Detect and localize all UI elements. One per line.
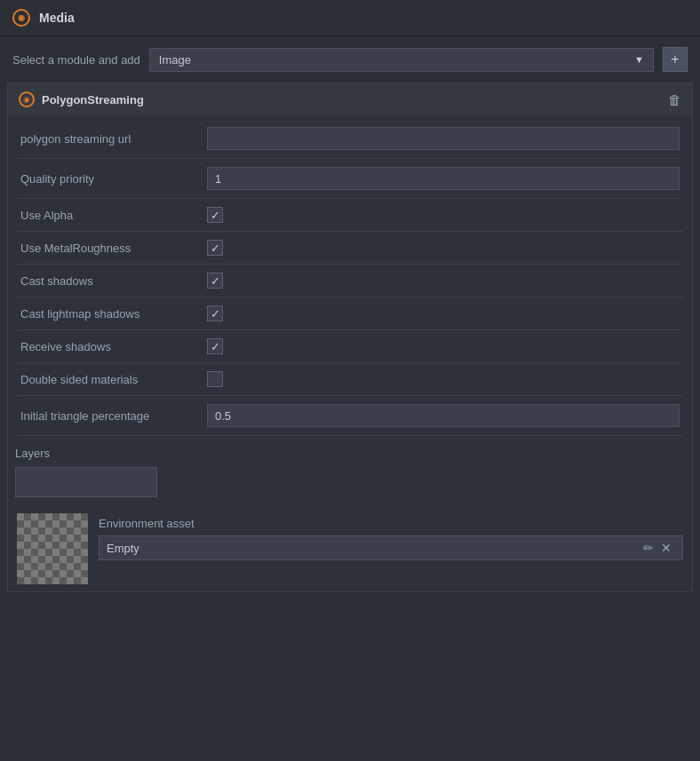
polygon-url-input[interactable]	[207, 127, 680, 150]
divider-5	[17, 297, 683, 297]
media-collapse-icon[interactable]: ◉	[12, 9, 30, 27]
double-sided-materials-label: Double sided materials	[20, 373, 198, 386]
receive-shadows-checkbox[interactable]	[207, 338, 223, 354]
divider-6	[17, 329, 683, 330]
quality-priority-input[interactable]	[207, 167, 680, 190]
use-metal-roughness-checkbox[interactable]	[207, 240, 223, 256]
environment-edit-button[interactable]: ✏	[640, 541, 657, 555]
environment-value-row: Empty ✏ ✕	[99, 535, 683, 560]
layers-label: Layers	[15, 447, 685, 460]
panel-collapse-icon[interactable]: ◉	[19, 91, 35, 107]
panel-title: PolygonStreaming	[42, 93, 144, 107]
module-select-dropdown[interactable]: Image ▼	[149, 48, 654, 72]
quality-priority-label: Quality priority	[20, 172, 198, 186]
module-select-value: Image	[159, 53, 191, 67]
panel-form: polygon streaming url Quality priority U…	[8, 115, 692, 443]
cast-lightmap-shadows-row: Cast lightmap shadows	[17, 299, 683, 328]
layers-section: Layers	[8, 443, 692, 506]
double-sided-materials-row: Double sided materials	[17, 365, 683, 393]
media-title: Media	[39, 11, 75, 25]
receive-shadows-label: Receive shadows	[20, 340, 198, 353]
divider-1	[17, 158, 683, 159]
environment-asset-section: Environment asset Empty ✏ ✕	[8, 506, 692, 591]
receive-shadows-row: Receive shadows	[17, 332, 683, 361]
initial-triangle-input[interactable]	[207, 404, 680, 427]
dropdown-chevron-icon: ▼	[634, 54, 644, 65]
use-alpha-checkbox[interactable]	[207, 207, 223, 223]
polygon-url-row: polygon streaming url	[17, 121, 683, 156]
environment-asset-value: Empty	[107, 542, 640, 555]
divider-8	[17, 395, 683, 396]
cast-shadows-row: Cast shadows	[17, 266, 683, 295]
cast-lightmap-shadows-checkbox[interactable]	[207, 305, 223, 321]
use-metal-roughness-row: Use MetalRoughness	[17, 234, 683, 262]
initial-triangle-row: Initial triangle percentage	[17, 398, 683, 433]
cast-shadows-label: Cast shadows	[20, 274, 198, 288]
module-add-button[interactable]: +	[663, 47, 688, 72]
environment-thumbnail	[17, 513, 88, 584]
cast-lightmap-shadows-label: Cast lightmap shadows	[20, 307, 198, 321]
use-metal-roughness-label: Use MetalRoughness	[20, 242, 198, 255]
divider-3	[17, 231, 683, 232]
polygon-url-label: polygon streaming url	[20, 132, 198, 146]
environment-clear-button[interactable]: ✕	[657, 541, 675, 555]
environment-right: Environment asset Empty ✏ ✕	[99, 513, 683, 560]
polygon-streaming-panel: ◉ PolygonStreaming 🗑 polygon streaming u…	[7, 83, 693, 592]
panel-header: ◉ PolygonStreaming 🗑	[8, 83, 692, 115]
module-row: Select a module and add Image ▼ +	[0, 36, 700, 83]
panel-header-left: ◉ PolygonStreaming	[19, 91, 144, 107]
quality-priority-row: Quality priority	[17, 161, 683, 196]
layers-input-box[interactable]	[15, 467, 157, 497]
cast-shadows-checkbox[interactable]	[207, 273, 223, 289]
panel-delete-button[interactable]: 🗑	[668, 92, 681, 107]
use-alpha-label: Use Alpha	[20, 209, 198, 222]
environment-asset-label: Environment asset	[99, 517, 683, 530]
divider-4	[17, 264, 683, 265]
double-sided-materials-checkbox[interactable]	[207, 371, 223, 387]
divider-2	[17, 198, 683, 199]
divider-9	[17, 435, 683, 436]
use-alpha-row: Use Alpha	[17, 201, 683, 229]
media-header: ◉ Media	[0, 0, 700, 36]
initial-triangle-label: Initial triangle percentage	[20, 409, 198, 423]
module-row-label: Select a module and add	[12, 53, 140, 67]
divider-7	[17, 362, 683, 363]
